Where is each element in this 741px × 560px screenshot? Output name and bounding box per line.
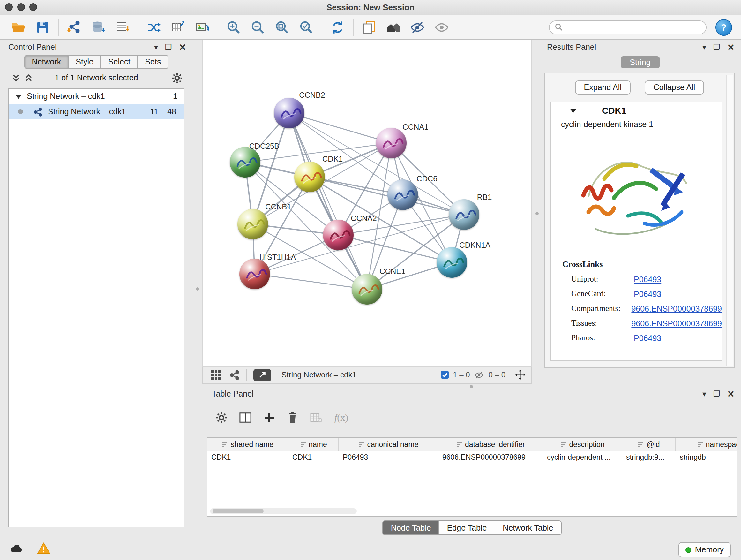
- new-network-from-selection-button[interactable]: [142, 17, 166, 37]
- network-node-cdc6[interactable]: [387, 179, 418, 210]
- panel-float-icon[interactable]: ❐: [713, 389, 720, 398]
- network-node-ccnb2[interactable]: [274, 98, 305, 128]
- cell-description[interactable]: cyclin-dependent ...: [543, 453, 622, 461]
- tab-style[interactable]: Style: [68, 55, 101, 69]
- open-session-button[interactable]: [6, 17, 30, 37]
- column-header-name[interactable]: name: [288, 438, 339, 451]
- cell-id[interactable]: stringdb:9...: [622, 453, 676, 461]
- zoom-in-button[interactable]: [221, 17, 246, 37]
- zoom-fit-button[interactable]: [270, 17, 294, 37]
- tab-sets[interactable]: Sets: [137, 55, 169, 69]
- selected-checkbox-icon[interactable]: [440, 370, 449, 379]
- tab-network-table[interactable]: Network Table: [494, 520, 561, 535]
- expander-icon[interactable]: [15, 94, 22, 99]
- share-network-button[interactable]: [229, 369, 240, 380]
- hide-selected-button[interactable]: [405, 17, 429, 37]
- table-mode-gear-icon[interactable]: [216, 412, 227, 423]
- network-node-cdc25b[interactable]: [230, 147, 260, 178]
- column-header-id[interactable]: @id: [622, 438, 676, 451]
- network-node-cdk1[interactable]: [294, 162, 325, 192]
- panel-close-icon[interactable]: ✕: [727, 43, 735, 52]
- tab-select[interactable]: Select: [100, 55, 138, 69]
- create-column-plus-icon[interactable]: [264, 412, 275, 423]
- cell-shared-name[interactable]: CDK1: [207, 453, 288, 461]
- help-button[interactable]: ?: [716, 19, 732, 36]
- search-input[interactable]: [563, 22, 701, 32]
- network-canvas[interactable]: CCNB2CCNA1CDC25BCDK1CDC6RB1CCNB1CCNA2CDK…: [202, 40, 532, 367]
- scrollbar-thumb[interactable]: [212, 509, 264, 513]
- column-header-namespace[interactable]: namespace: [676, 438, 737, 451]
- panel-float-icon[interactable]: ❐: [713, 43, 720, 52]
- home-button[interactable]: [381, 17, 405, 37]
- crosslink-link-compartments[interactable]: 9606.ENSP00000378699: [631, 304, 722, 313]
- cell-canonical-name[interactable]: P06493: [339, 453, 439, 461]
- network-node-ccne1[interactable]: [352, 274, 382, 305]
- panel-float-icon[interactable]: ❐: [165, 43, 172, 52]
- fit-content-crosshair-icon[interactable]: [515, 369, 526, 381]
- network-node-ccna2[interactable]: [323, 220, 354, 250]
- zoom-out-button[interactable]: [246, 17, 270, 37]
- import-table-from-file-button[interactable]: [111, 17, 135, 37]
- network-node-cdkn1a[interactable]: [436, 247, 467, 278]
- entry-expander-icon[interactable]: [570, 108, 576, 113]
- column-header-description[interactable]: description: [543, 438, 622, 451]
- splitter-handle[interactable]: [470, 385, 473, 388]
- crosslink-link-pharos[interactable]: P06493: [634, 334, 661, 343]
- zoom-selected-button[interactable]: [294, 17, 319, 37]
- export-image-button[interactable]: [190, 17, 214, 37]
- crosslink-link-uniprot[interactable]: P06493: [634, 275, 661, 284]
- table-horizontal-scrollbar[interactable]: [210, 508, 357, 514]
- splitter-handle[interactable]: [536, 212, 539, 215]
- results-scrollbar[interactable]: [726, 75, 733, 366]
- import-network-from-file-button[interactable]: [62, 17, 86, 37]
- tab-edge-table[interactable]: Edge Table: [439, 520, 495, 535]
- gene-entry-header[interactable]: CDK1: [551, 102, 722, 119]
- network-node-ccnb1[interactable]: [238, 209, 268, 240]
- import-network-icon: [66, 19, 82, 35]
- open-in-window-button[interactable]: [253, 369, 271, 381]
- grid-view-button[interactable]: [211, 369, 221, 380]
- expand-all-button[interactable]: Expand All: [575, 80, 630, 95]
- crosslink-link-tissues[interactable]: 9606.ENSP00000378699: [631, 319, 722, 328]
- import-network-from-database-button[interactable]: [86, 17, 111, 37]
- table-row[interactable]: CDK1 CDK1 P06493 9606.ENSP00000378699 cy…: [207, 451, 737, 463]
- show-all-button[interactable]: [429, 17, 454, 37]
- panel-menu-icon[interactable]: ▾: [702, 389, 706, 398]
- network-collection-row[interactable]: String Network – cdk1 1: [9, 89, 184, 104]
- network-node-ccna1[interactable]: [376, 128, 407, 159]
- crosslink-link-genecard[interactable]: P06493: [634, 290, 661, 299]
- column-header-shared-name[interactable]: shared name: [207, 438, 288, 451]
- panel-menu-icon[interactable]: ▾: [702, 43, 706, 52]
- network-node-hist1h1a[interactable]: [239, 259, 270, 289]
- tab-node-table[interactable]: Node Table: [383, 520, 440, 535]
- cell-database-identifier[interactable]: 9606.ENSP00000378699: [439, 453, 543, 461]
- tab-network[interactable]: Network: [24, 55, 69, 69]
- cell-name[interactable]: CDK1: [288, 453, 339, 461]
- panel-menu-icon[interactable]: ▾: [154, 43, 158, 52]
- refresh-button[interactable]: [326, 17, 350, 37]
- save-session-button[interactable]: [30, 17, 55, 37]
- memory-button[interactable]: Memory: [678, 542, 731, 557]
- network-options-gear-icon[interactable]: [172, 73, 183, 84]
- cloud-button[interactable]: [9, 542, 23, 556]
- export-table-button[interactable]: [166, 17, 190, 37]
- column-header-canonical-name[interactable]: canonical name: [339, 438, 439, 451]
- panel-close-icon[interactable]: ✕: [179, 43, 186, 52]
- show-columns-icon[interactable]: [239, 412, 252, 423]
- cell-namespace[interactable]: stringdb: [676, 453, 737, 461]
- panel-close-icon[interactable]: ✕: [727, 389, 735, 398]
- warning-button[interactable]: [37, 542, 51, 557]
- clipboard-button[interactable]: [357, 17, 381, 37]
- network-row[interactable]: String Network – cdk1 11 48: [9, 104, 184, 119]
- splitter-handle[interactable]: [196, 287, 199, 291]
- delete-column-trash-icon[interactable]: [287, 412, 298, 423]
- hidden-eye-slash-icon[interactable]: [474, 370, 485, 380]
- column-header-database-identifier[interactable]: database identifier: [439, 438, 543, 451]
- application-window: Session: New Session: [0, 0, 741, 560]
- network-selection-status: 1 of 1 Network selected: [3, 73, 190, 82]
- function-builder-button[interactable]: f(x): [334, 412, 348, 423]
- results-tab-string[interactable]: String: [621, 56, 659, 68]
- collapse-all-button[interactable]: Collapse All: [645, 80, 704, 95]
- network-node-rb1[interactable]: [449, 199, 479, 230]
- results-panel: Results Panel ▾ ❐ ✕ String Expand All Co…: [542, 41, 738, 384]
